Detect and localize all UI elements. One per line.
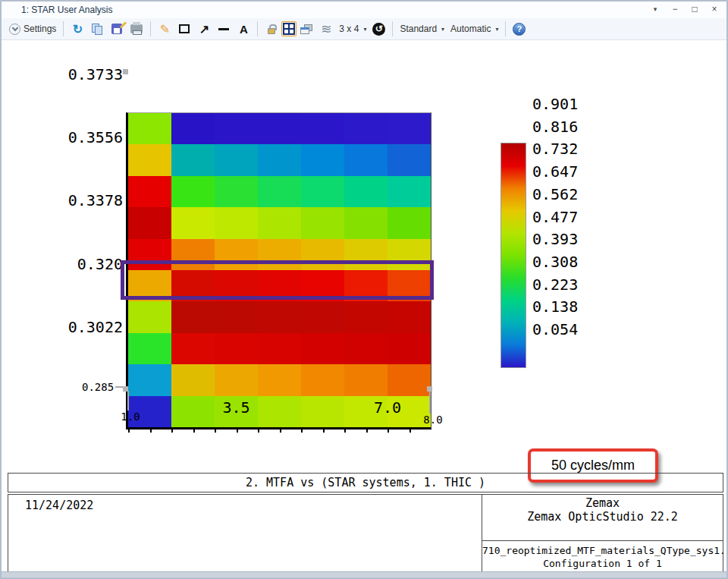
y-tick-label: 0.320	[47, 255, 123, 273]
print-button[interactable]	[127, 20, 146, 37]
heatmap-cell-r6c5	[344, 301, 388, 332]
close-icon[interactable]: ×	[708, 3, 720, 15]
heatmap-cell-r3c2	[215, 207, 258, 238]
heatmap-cell-r6c6	[388, 301, 431, 332]
heatmap-cell-r1c1	[171, 144, 215, 175]
standard-label: Standard	[400, 24, 437, 34]
toolbar-separator	[392, 21, 393, 36]
grid-size-dropdown[interactable]: 3 x 4 ▾	[336, 22, 369, 36]
rectangle-icon	[177, 22, 191, 36]
refresh-button[interactable]: ↻	[67, 20, 87, 37]
x-tick-label: 3.5	[222, 398, 249, 417]
window-menu-icon[interactable]: ▾	[649, 3, 661, 15]
colorbar-tick-label: 0.054	[532, 320, 578, 338]
titlebar: 1: STAR User Analysis ▾ − □ ×	[2, 2, 726, 18]
footer-title-bar: 2. MTFA vs (STAR systems, 1. THIC )	[8, 473, 723, 492]
x-tick-label: 7.0	[374, 398, 401, 417]
draw-arrow-button[interactable]: ↗	[194, 20, 214, 37]
lock-button[interactable]	[262, 20, 281, 37]
footer-info-table: 11/24/2022 Zemax Zemax OpticStudio 22.2 …	[8, 494, 723, 574]
reset-view-icon: ↺	[372, 23, 385, 36]
selected-row-highlight[interactable]	[121, 260, 434, 300]
toolbar-separator	[150, 21, 151, 36]
configuration-label: Configuration 1 of 1	[482, 557, 723, 570]
heatmap-cell-r2c4	[301, 176, 344, 207]
draw-pencil-button[interactable]: ✎	[155, 20, 174, 37]
draw-rectangle-button[interactable]	[174, 20, 194, 37]
fit-window-button[interactable]	[281, 21, 297, 36]
colorbar-tick-label: 0.223	[532, 275, 578, 294]
x-min-tick	[127, 391, 129, 411]
heatmap-cell-r3c6	[388, 207, 431, 238]
heatmap-cell-r2c2	[215, 176, 258, 207]
layers-icon: ≋	[319, 22, 333, 36]
colorbar-tick-label: 0.647	[532, 162, 578, 181]
toolbar-separator	[257, 21, 258, 36]
heatmap-cell-r8c0	[128, 364, 171, 395]
heatmap-cell-r8c1	[171, 364, 215, 395]
heatmap-cell-r9c4	[301, 396, 344, 427]
grid-size-label: 3 x 4	[339, 24, 359, 34]
toolbar-separator	[505, 21, 506, 36]
footer-product-cell: Zemax Zemax OpticStudio 22.2	[482, 495, 723, 541]
colorbar-tick-label: 0.393	[532, 230, 578, 248]
plot-corner-handle[interactable]	[123, 386, 128, 392]
footer-right-cells: Zemax Zemax OpticStudio 22.2 710_reoptim…	[482, 495, 723, 574]
chevron-down-icon: ▾	[441, 26, 444, 33]
settings-label: Settings	[24, 24, 56, 34]
colorbar-tick-label: 0.562	[532, 185, 578, 203]
colorbar-tick-label: 0.477	[532, 208, 578, 226]
save-button[interactable]	[107, 20, 127, 37]
colorbar-tick-label: 0.732	[532, 140, 578, 158]
cascade-window-button[interactable]	[297, 20, 316, 37]
chevron-down-icon: ▾	[363, 26, 366, 33]
draw-line-button[interactable]	[214, 20, 234, 37]
y-tick-label: 0.3556	[47, 128, 123, 146]
company-label: Zemax	[482, 496, 723, 510]
star-user-analysis-window: { "window": { "title": "1: STAR User Ana…	[0, 0, 728, 579]
colorbar-tick-label: 0.901	[532, 95, 578, 113]
heatmap-cell-r8c5	[344, 364, 388, 395]
copy-icon	[90, 22, 104, 36]
plot-corner-handle[interactable]	[123, 69, 128, 74]
colorbar-tick-label: 0.816	[532, 118, 578, 136]
heatmap-cell-r6c4	[301, 301, 344, 332]
heatmap-cell-r2c1	[171, 176, 215, 207]
heatmap-cell-r9c3	[258, 396, 301, 427]
settings-expand-icon	[9, 24, 20, 35]
heatmap-cell-r7c4	[301, 333, 344, 364]
settings-button[interactable]: Settings	[6, 22, 59, 36]
layers-button[interactable]: ≋	[316, 20, 336, 37]
heatmap-cell-r1c3	[258, 144, 301, 175]
footer-date-cell: 11/24/2022	[8, 495, 482, 574]
window-bottom-edge	[2, 571, 726, 577]
minimize-icon[interactable]: −	[669, 3, 681, 15]
refresh-icon: ↻	[71, 22, 84, 36]
help-icon: ?	[513, 23, 526, 36]
heatmap-cell-r7c1	[171, 333, 215, 364]
heatmap-cell-r8c2	[215, 364, 258, 395]
file-name-label: 710_reoptimized_MTF_materials_QType_sys1…	[482, 544, 723, 557]
window-title: 1: STAR User Analysis	[21, 5, 112, 15]
x-tick-label-minor: 8.0	[423, 414, 442, 426]
automatic-dropdown[interactable]: Automatic ▾	[447, 22, 501, 36]
maximize-icon[interactable]: □	[689, 3, 701, 15]
standard-dropdown[interactable]: Standard ▾	[397, 22, 447, 36]
heatmap-cell-r7c3	[258, 333, 301, 364]
heatmap-cell-r0c0	[128, 113, 171, 144]
plot-corner-handle[interactable]	[427, 386, 432, 392]
heatmap-cell-r0c6	[388, 113, 431, 144]
heatmap-cell-r7c2	[215, 333, 258, 364]
print-icon	[130, 22, 143, 36]
heatmap-cell-r1c5	[344, 144, 388, 175]
frequency-label: 50 cycles/mm	[551, 458, 635, 474]
heatmap-cell-r8c4	[301, 364, 344, 395]
reset-view-button[interactable]: ↺	[369, 21, 388, 37]
help-button[interactable]: ?	[510, 21, 529, 37]
text-tool-icon: A	[237, 22, 250, 36]
draw-text-button[interactable]: A	[234, 20, 253, 37]
heatmap-cell-r0c2	[215, 113, 258, 144]
product-label: Zemax OpticStudio 22.2	[482, 510, 723, 524]
y-tick-label: 0.3733	[47, 65, 123, 83]
copy-button[interactable]	[87, 20, 107, 37]
